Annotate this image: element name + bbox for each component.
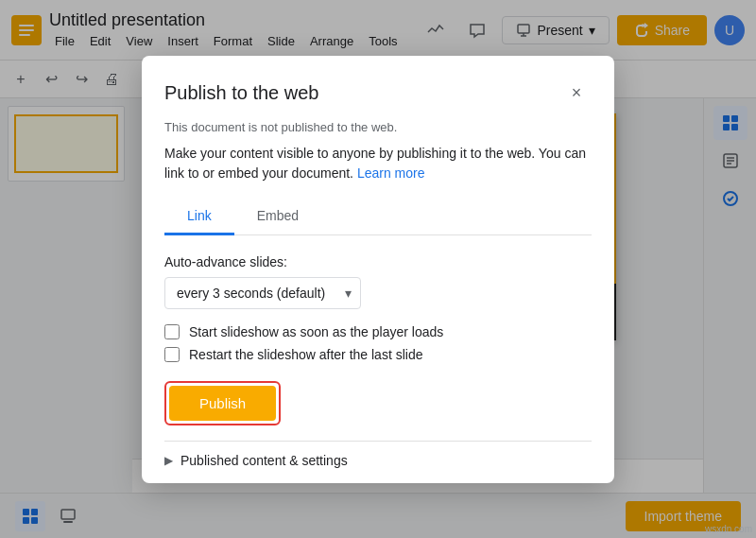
restart-label[interactable]: Restart the slideshow after the last sli… xyxy=(189,347,422,362)
dialog-status: This document is not published to the we… xyxy=(164,120,592,134)
dialog-tabs: Link Embed xyxy=(164,199,592,235)
autostart-label[interactable]: Start slideshow as soon as the player lo… xyxy=(189,324,443,339)
published-content-toggle[interactable]: ▶ Published content & settings xyxy=(164,453,348,468)
checkbox-row-1: Start slideshow as soon as the player lo… xyxy=(164,324,592,339)
publish-dialog: Publish to the web × This document is no… xyxy=(142,56,614,483)
dialog-description: Make your content visible to anyone by p… xyxy=(164,144,592,183)
dialog-close-button[interactable]: × xyxy=(561,78,592,109)
published-section-label: Published content & settings xyxy=(180,453,348,468)
modal-overlay: Publish to the web × This document is no… xyxy=(0,0,756,538)
autostart-checkbox[interactable] xyxy=(164,324,180,339)
publish-button-wrapper: Publish xyxy=(164,381,281,425)
published-section: ▶ Published content & settings xyxy=(164,441,592,468)
tab-embed[interactable]: Embed xyxy=(234,199,321,235)
checkbox-row-2: Restart the slideshow after the last sli… xyxy=(164,347,592,362)
auto-advance-select[interactable]: every 3 seconds (default) every 1 second… xyxy=(164,277,361,309)
dialog-header: Publish to the web × xyxy=(164,78,592,109)
dialog-title: Publish to the web xyxy=(164,82,318,104)
chevron-right-icon: ▶ xyxy=(164,454,173,467)
watermark: wsxdn.com xyxy=(705,524,752,534)
learn-more-link[interactable]: Learn more xyxy=(357,165,425,181)
tab-link[interactable]: Link xyxy=(164,199,234,235)
restart-checkbox[interactable] xyxy=(164,347,180,362)
auto-advance-label: Auto-advance slides: xyxy=(164,254,592,269)
publish-button[interactable]: Publish xyxy=(169,386,276,421)
auto-advance-select-wrapper: every 3 seconds (default) every 1 second… xyxy=(164,277,361,309)
